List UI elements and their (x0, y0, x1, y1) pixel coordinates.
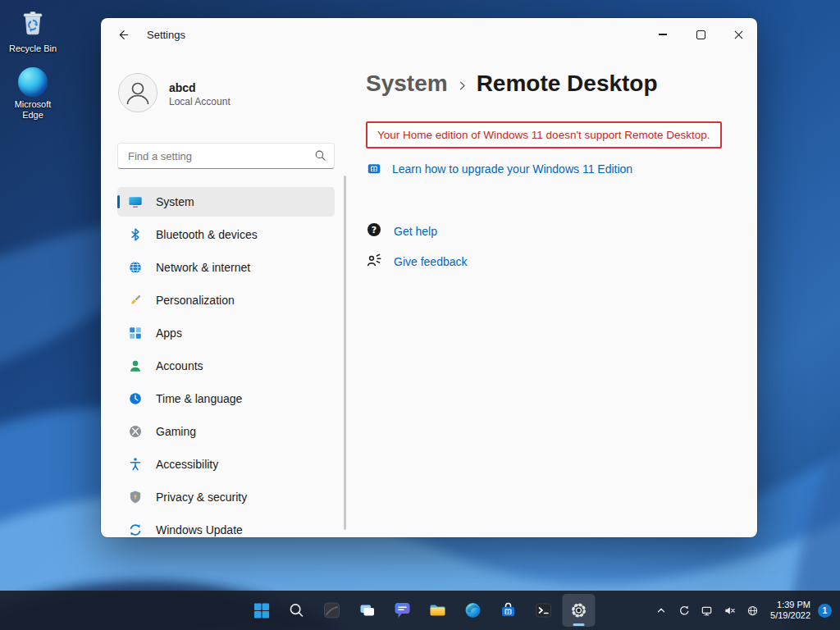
sidebar-item-accessibility[interactable]: Accessibility (117, 450, 335, 479)
clock-date: 5/19/2022 (770, 610, 810, 622)
sidebar-item-accounts[interactable]: Accounts (117, 351, 335, 381)
sidebar-item-time-language[interactable]: Time & language (117, 384, 335, 413)
sidebar-scrollbar[interactable] (344, 176, 346, 530)
chat-button[interactable] (386, 594, 419, 627)
back-button[interactable] (107, 21, 139, 48)
display-icon (701, 605, 713, 617)
windows-start-icon (253, 602, 270, 619)
tray-volume-muted-button[interactable] (719, 594, 741, 627)
taskbar-center-icons (245, 594, 596, 627)
tray-sync-button[interactable] (673, 594, 695, 627)
titlebar: Settings (101, 18, 757, 51)
windows-update-icon (128, 523, 143, 537)
upgrade-link-row[interactable]: Learn how to upgrade your Windows 11 Edi… (366, 159, 733, 179)
account-name: abcd (169, 80, 231, 95)
svg-text:?: ? (372, 225, 377, 235)
window-controls (644, 18, 757, 51)
accessibility-icon (128, 457, 143, 472)
sidebar-item-system[interactable]: System (117, 187, 335, 217)
avatar (117, 72, 158, 116)
bluetooth-icon (128, 227, 143, 242)
sidebar-item-label: System (156, 195, 194, 208)
window-title: Settings (147, 29, 185, 41)
minimize-icon (659, 34, 667, 34)
desktop-icon-microsoft-edge[interactable]: Microsoft Edge (3, 67, 62, 121)
edge-button[interactable] (457, 594, 490, 627)
sidebar-item-label: Accounts (156, 359, 203, 372)
time-language-icon (128, 391, 143, 406)
settings-search (117, 143, 335, 169)
chevron-right-icon (457, 69, 468, 98)
task-view-button[interactable] (351, 594, 384, 627)
unsupported-edition-warning: Your Home edition of Windows 11 doesn't … (366, 121, 722, 148)
settings-button[interactable] (563, 594, 596, 627)
sidebar-item-gaming[interactable]: Gaming (117, 417, 335, 446)
settings-content: System Remote Desktop Your Home edition … (345, 51, 757, 537)
chevron-up-icon (655, 605, 667, 616)
personalization-icon (128, 293, 143, 308)
tray-chevron-up-button[interactable] (650, 594, 672, 627)
breadcrumb: System Remote Desktop (366, 69, 733, 98)
file-explorer-icon (428, 600, 448, 620)
account-type: Local Account (169, 95, 231, 108)
microsoft-store-icon (499, 600, 518, 620)
sidebar-item-label: Accessibility (156, 458, 218, 471)
accounts-icon (128, 358, 143, 373)
get-help-row[interactable]: ? Get help (366, 221, 733, 241)
file-explorer-button[interactable] (422, 594, 454, 627)
settings-window: Settings (101, 18, 757, 537)
chat-icon (393, 600, 413, 620)
sidebar-item-apps[interactable]: Apps (117, 318, 335, 348)
close-button[interactable] (719, 18, 757, 51)
dark-app-icon (322, 600, 342, 620)
store-button[interactable] (492, 594, 525, 627)
terminal-button[interactable] (527, 594, 560, 627)
search-icon (288, 601, 306, 619)
back-arrow-icon (117, 29, 130, 41)
taskbar-clock[interactable]: 1:39 PM 5/19/2022 (770, 600, 810, 622)
edge-icon (18, 67, 48, 97)
sidebar-item-privacy-security[interactable]: Privacy & security (117, 482, 335, 512)
recycle-bin-icon (18, 8, 48, 41)
account-card[interactable]: abcd Local Account (117, 72, 335, 116)
sidebar-item-bluetooth-devices[interactable]: Bluetooth & devices (117, 220, 335, 249)
sidebar-item-windows-update[interactable]: Windows Update (117, 515, 335, 537)
search-input[interactable] (117, 143, 335, 169)
system-tray: 1:39 PM 5/19/2022 1 (650, 591, 837, 630)
privacy-security-icon (128, 490, 143, 504)
sidebar-item-label: Network & internet (156, 261, 250, 274)
taskbar-search-button[interactable] (281, 594, 313, 627)
upgrade-edition-link[interactable]: Learn how to upgrade your Windows 11 Edi… (392, 162, 632, 176)
give-feedback-link[interactable]: Give feedback (394, 255, 468, 268)
sidebar-item-label: Windows Update (156, 523, 243, 536)
settings-sidebar: abcd Local Account (101, 51, 345, 537)
breadcrumb-parent[interactable]: System (366, 69, 448, 98)
maximize-button[interactable] (682, 18, 719, 51)
sidebar-item-personalization[interactable]: Personalization (117, 285, 335, 315)
sidebar-item-network-internet[interactable]: Network & internet (117, 253, 335, 282)
sidebar-item-label: Gaming (156, 425, 196, 438)
desktop-icon-label: Recycle Bin (9, 43, 57, 54)
give-feedback-row[interactable]: Give feedback (366, 252, 733, 272)
minimize-button[interactable] (644, 18, 682, 51)
edge-icon (463, 600, 483, 620)
get-help-icon: ? (366, 221, 382, 241)
sidebar-nav: System Bluetooth & devices (117, 187, 335, 537)
desktop-icon-recycle-bin[interactable]: Recycle Bin (3, 8, 62, 54)
tray-display-button[interactable] (696, 594, 718, 627)
system-icon (128, 194, 143, 209)
taskbar-pinned-app-button[interactable] (316, 594, 349, 627)
terminal-icon (534, 600, 554, 620)
page-title: Remote Desktop (477, 69, 658, 98)
start-button[interactable] (245, 594, 278, 627)
tray-network-button[interactable] (742, 594, 764, 627)
get-help-link[interactable]: Get help (394, 225, 437, 238)
settings-gear-icon (569, 600, 589, 620)
task-view-icon (358, 600, 377, 620)
microsoft-store-icon (366, 159, 382, 179)
help-section: ? Get help (366, 221, 733, 272)
close-icon (734, 30, 743, 39)
sidebar-item-label: Time & language (156, 392, 242, 405)
notification-badge[interactable]: 1 (818, 604, 832, 618)
sidebar-item-label: Personalization (156, 294, 235, 307)
